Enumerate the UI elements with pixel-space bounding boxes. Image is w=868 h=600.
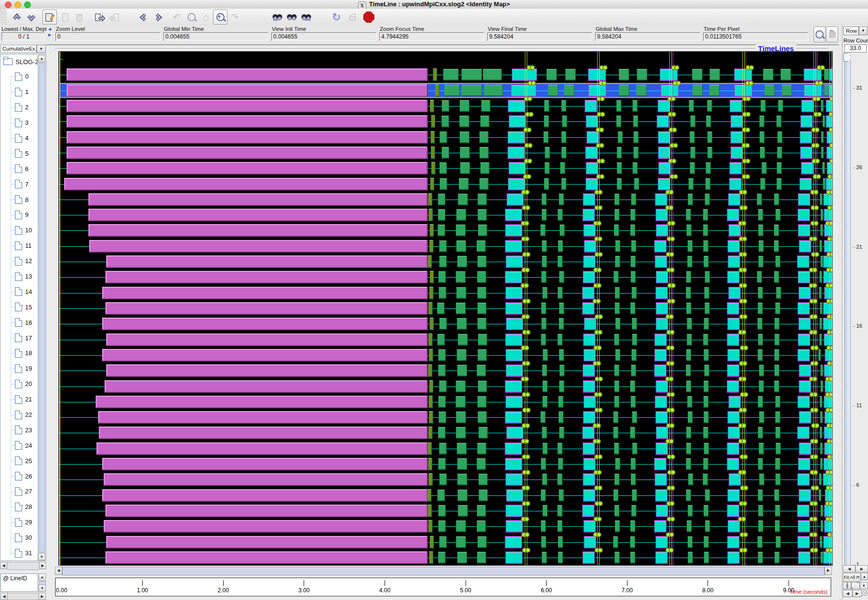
scroll-down-arrow-icon[interactable]: ▼: [38, 553, 45, 560]
timeline-hscroll-thumb[interactable]: [62, 567, 825, 575]
row-scroll-left-button[interactable]: ◀: [843, 565, 855, 573]
document-icon: [15, 549, 22, 558]
time-field-value[interactable]: 0.0113501765: [703, 32, 808, 41]
redo-zoom-button[interactable]: ↷: [227, 10, 242, 25]
document-icon: [15, 119, 22, 127]
time-field-label: Zoom Focus Time: [378, 25, 486, 32]
view-mode-value[interactable]: CumulativeEx...: [0, 45, 37, 53]
ruler-tick: 2.00: [214, 580, 233, 594]
scroll-right-arrow-icon[interactable]: ▶: [39, 562, 46, 569]
scroll-down-arrow-icon[interactable]: ▼: [39, 585, 46, 592]
sidebar: CumulativeEx... ▼ SLOG-2 0 1: [0, 44, 46, 600]
tree-hscroll-track[interactable]: [7, 562, 39, 570]
pan-right-button[interactable]: [151, 10, 165, 25]
row-count-value[interactable]: 33.0: [844, 44, 867, 53]
stop-button[interactable]: [361, 10, 376, 25]
fit-all-rows-button[interactable]: Fit All R: [843, 573, 861, 582]
tick-label: 2.00: [218, 587, 229, 594]
sidebar-splitter[interactable]: ◀ ▶: [46, 25, 54, 44]
row-pan-left-button[interactable]: ◀: [843, 590, 853, 597]
time-field-value[interactable]: 9.584204: [487, 32, 592, 41]
time-field-value[interactable]: 0: [55, 32, 160, 41]
scroll-left-arrow-icon[interactable]: ◀: [0, 593, 8, 600]
tree-item-label: 26: [25, 473, 32, 480]
zoom-out-button[interactable]: -: [184, 10, 199, 25]
dropdown-arrow-icon[interactable]: ▼: [37, 45, 46, 53]
row-adjustment-slider[interactable]: [844, 55, 851, 593]
time-field-value[interactable]: 9.584204: [595, 32, 700, 41]
toolbar: ↶ - ⌂ + ↷ ↻: [0, 9, 868, 26]
ruler-tick: 1.00: [133, 580, 152, 594]
scroll-left-arrow-icon[interactable]: ◀: [0, 562, 7, 569]
edit-button[interactable]: [42, 10, 57, 25]
scroll-down-button[interactable]: [24, 10, 39, 25]
tree-item-label: 4: [25, 134, 28, 142]
tick-mark: [142, 580, 143, 586]
lineid-vertical-scrollbar[interactable]: ▲ ▼: [39, 573, 46, 592]
tree-item-label: 27: [25, 488, 32, 495]
export-button[interactable]: [93, 10, 107, 25]
row-dropdown-value[interactable]: Row: [843, 27, 859, 35]
delete-button[interactable]: [72, 10, 87, 25]
ruler-tick: 5.00: [456, 580, 475, 594]
undo-zoom-button[interactable]: ↶: [170, 10, 184, 25]
dropdown-arrow-icon[interactable]: ▼: [859, 27, 868, 35]
tree-root-label: SLOG-2: [15, 58, 39, 66]
time-field: View Final Time 9.584204: [486, 25, 594, 44]
window-resize-grip[interactable]: [862, 590, 868, 596]
lineid-panel: @ LineID ▲ ▼ ◀ ▶: [0, 571, 46, 600]
scroll-up-arrow-icon[interactable]: ▲: [38, 55, 45, 62]
scroll-right-arrow-icon[interactable]: ▶: [39, 593, 46, 600]
search-backward-button[interactable]: [270, 10, 284, 25]
document-icon: [15, 241, 22, 250]
row-pan-right-button[interactable]: ▶: [853, 590, 862, 597]
zoom-home-button[interactable]: ⌂: [199, 10, 213, 25]
timeline-horizontal-scrollbar[interactable]: ◀ ▶: [55, 567, 832, 575]
scroll-up-button[interactable]: [10, 10, 24, 25]
lineid-horizontal-scrollbar[interactable]: ◀ ▶: [0, 593, 46, 600]
depth-value[interactable]: 0 / 1: [1, 32, 45, 41]
time-ruler[interactable]: 0.00 1.00 2.00 3.00: [55, 577, 831, 597]
search-forward-button[interactable]: [299, 10, 313, 25]
toolbar-drag-handle[interactable]: [0, 9, 7, 25]
tree-horizontal-scrollbar[interactable]: ◀ ▶: [0, 562, 46, 570]
row-zoom-mode-button[interactable]: [843, 582, 851, 589]
timeline-canvas[interactable]: [58, 51, 833, 566]
splitter-collapse-icon[interactable]: ◀: [48, 27, 51, 31]
row-scroll-down-button[interactable]: ▼: [860, 582, 868, 589]
search-button[interactable]: [284, 10, 299, 25]
lineid-hscroll-track[interactable]: [8, 593, 39, 600]
time-field-value[interactable]: 0.004655: [163, 32, 268, 41]
pan-left-button[interactable]: [136, 10, 151, 25]
document-icon: [15, 211, 22, 219]
tree-item-label: 23: [25, 427, 32, 434]
tree-scrollbar-thumb[interactable]: [39, 63, 45, 553]
tree-vertical-scrollbar[interactable]: ▲ ▼: [38, 55, 45, 560]
splitter-expand-icon[interactable]: ▶: [48, 33, 51, 37]
ruler-tick: 6.00: [537, 580, 556, 594]
row-dropdown[interactable]: Row ▼: [843, 27, 868, 35]
view-mode-dropdown[interactable]: CumulativeEx... ▼: [0, 45, 46, 53]
tree-item-label: 22: [25, 411, 32, 418]
zoom-in-button[interactable]: +: [213, 10, 227, 25]
lineid-label[interactable]: @ LineID: [0, 573, 38, 592]
tick-mark: [788, 580, 789, 586]
import-button[interactable]: [107, 10, 121, 25]
zoom-mode-button[interactable]: [814, 27, 826, 42]
scroll-up-arrow-icon[interactable]: ▲: [39, 573, 46, 581]
document-icon: [15, 487, 22, 496]
hand-mode-button[interactable]: [826, 27, 838, 42]
time-field-value[interactable]: 4.7944295: [379, 32, 484, 41]
row-scroll-right-button[interactable]: ▶: [855, 565, 868, 573]
paste-button[interactable]: [58, 10, 72, 25]
right-panel-splitter[interactable]: [839, 25, 842, 600]
scroll-left-arrow-icon[interactable]: ◀: [55, 567, 62, 575]
printer-icon: [347, 13, 357, 22]
document-icon: [15, 88, 22, 96]
time-field-value[interactable]: 0.004655: [271, 32, 376, 41]
scroll-right-arrow-icon[interactable]: ▶: [825, 567, 832, 575]
print-button[interactable]: [345, 10, 360, 25]
refresh-button[interactable]: ↻: [329, 10, 344, 25]
row-scroll-up-button[interactable]: ▲: [861, 573, 868, 580]
slider-tick-label: –16: [852, 323, 862, 329]
